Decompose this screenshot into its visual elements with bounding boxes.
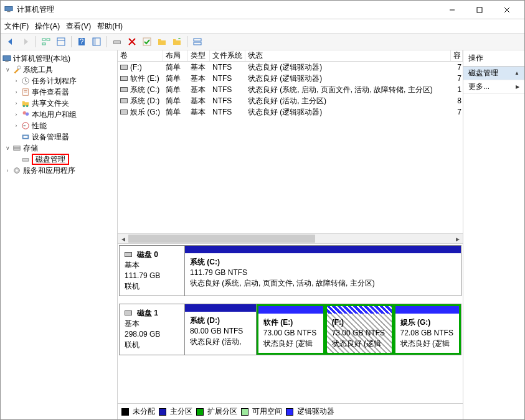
partition-header-bar	[185, 246, 461, 253]
toolbar-list-icon[interactable]	[55, 35, 67, 48]
tree-device-manager[interactable]: 设备管理器	[1, 131, 117, 142]
vol-fs: NTFS	[210, 106, 245, 118]
col-vol[interactable]: 卷	[118, 50, 163, 61]
svg-rect-53	[125, 311, 131, 315]
vol-type: 基本	[188, 106, 210, 118]
partition-group: 系统 (D:) 80.00 GB NTFS 状态良好 (活动, 软件 (E:) …	[185, 304, 461, 355]
vol-type: 基本	[188, 95, 210, 106]
volume-row[interactable]: (F:)简单基本NTFS状态良好 (逻辑驱动器)7	[118, 62, 463, 73]
tree-local-users[interactable]: › 本地用户和组	[1, 109, 117, 120]
toolbar-layout-icon[interactable]	[191, 35, 204, 48]
help-icon[interactable]: ?	[75, 35, 88, 48]
disk-basic: 基本	[125, 260, 179, 271]
tree-label: 共享文件夹	[32, 98, 69, 109]
clock-icon	[21, 76, 31, 86]
collapse-icon[interactable]: ∨	[3, 67, 12, 73]
vol-status: 状态良好 (活动, 主分区)	[245, 95, 451, 106]
svg-rect-41	[121, 65, 127, 69]
scroll-thumb[interactable]	[128, 235, 315, 243]
window-title: 计算机管理	[17, 4, 438, 15]
middle-pane: 卷 布局 类型 文件系统 状态 容 (F:)简单基本NTFS状态良好 (逻辑驱动…	[118, 50, 463, 419]
tree-label: 事件查看器	[32, 87, 69, 98]
vol-type: 基本	[188, 84, 210, 95]
volume-icon	[120, 63, 130, 72]
menu-file[interactable]: 文件(F)	[4, 21, 29, 32]
toolbar-tree-icon[interactable]	[40, 35, 52, 48]
svg-point-22	[17, 66, 21, 69]
tree-shared-folders[interactable]: › 共享文件夹	[1, 98, 117, 109]
tree-root[interactable]: 计算机管理(本地)	[1, 53, 117, 64]
expand-icon[interactable]: ›	[12, 78, 21, 84]
volume-list-header: 卷 布局 类型 文件系统 状态 容	[118, 50, 463, 62]
refresh-icon[interactable]	[111, 35, 123, 48]
forward-button[interactable]	[19, 35, 32, 48]
volume-row[interactable]: 娱乐 (G:)简单基本NTFS状态良好 (逻辑驱动器)7	[118, 106, 463, 118]
disk-row[interactable]: 磁盘 1 基本 298.09 GB 联机 系统 (D:) 80.00 GB NT…	[119, 304, 461, 355]
part-size: 111.79 GB NTFS	[190, 268, 456, 278]
check-icon[interactable]	[141, 35, 153, 48]
expand-icon[interactable]: ›	[3, 167, 12, 174]
expand-icon[interactable]: ›	[12, 89, 21, 95]
volume-row[interactable]: 系统 (D:)简单基本NTFS状态良好 (活动, 主分区)8	[118, 95, 463, 106]
svg-rect-49	[121, 110, 127, 114]
col-type[interactable]: 类型	[188, 50, 210, 61]
vol-fs: NTFS	[210, 84, 245, 95]
delete-icon[interactable]	[126, 35, 138, 48]
horizontal-scrollbar[interactable]: ◂ ▸	[118, 233, 463, 243]
actions-pane: 操作 磁盘管理 ▲ 更多... ▶	[463, 50, 524, 419]
collapse-icon[interactable]: ∨	[3, 145, 12, 151]
vol-status: 状态良好 (逻辑驱动器)	[245, 73, 451, 84]
legend-label: 逻辑驱动器	[297, 406, 334, 417]
tree-services-apps[interactable]: › 服务和应用程序	[1, 165, 117, 176]
col-fs[interactable]: 文件系统	[210, 50, 245, 61]
svg-point-28	[26, 105, 29, 108]
tree-label: 本地用户和组	[32, 110, 77, 120]
folder-up-icon[interactable]	[171, 35, 183, 48]
actions-item-diskmgmt[interactable]: 磁盘管理 ▲	[463, 67, 524, 80]
toolbar-view-icon[interactable]	[90, 35, 103, 48]
partition-header-bar	[327, 306, 392, 314]
disk-size: 111.79 GB	[125, 271, 179, 281]
folder-icon[interactable]	[156, 35, 168, 48]
close-button[interactable]	[493, 1, 521, 19]
menu-view[interactable]: 查看(V)	[66, 21, 91, 32]
vol-name: 娱乐 (G:)	[130, 107, 160, 118]
maximize-button[interactable]	[466, 1, 493, 19]
tree-system-tools[interactable]: ∨ 系统工具	[1, 64, 117, 75]
scroll-right-arrow[interactable]: ▸	[452, 234, 463, 243]
col-cap[interactable]: 容	[451, 50, 463, 61]
vol-name: (F:)	[130, 63, 142, 72]
svg-rect-20	[3, 56, 11, 61]
partition[interactable]: (F:) 73.00 GB NTFS 状态良好 (逻辑	[325, 304, 394, 355]
vol-status: 状态良好 (逻辑驱动器)	[245, 106, 451, 118]
legend-swatch-unallocated	[121, 408, 129, 416]
expand-icon[interactable]: ›	[12, 123, 21, 129]
minimize-button[interactable]	[438, 1, 466, 19]
expand-icon[interactable]: ›	[12, 111, 21, 118]
partition[interactable]: 系统 (D:) 80.00 GB NTFS 状态良好 (活动,	[185, 304, 257, 355]
tree-performance[interactable]: › 性能	[1, 120, 117, 131]
disk-row[interactable]: 磁盘 0 基本 111.79 GB 联机 系统 (C:) 111.79 GB N…	[119, 245, 461, 296]
volume-row[interactable]: 系统 (C:)简单基本NTFS状态良好 (系统, 启动, 页面文件, 活动, 故…	[118, 84, 463, 95]
expand-icon[interactable]: ›	[12, 100, 21, 106]
back-button[interactable]	[4, 35, 17, 48]
folder-share-icon	[21, 98, 31, 108]
partition[interactable]: 软件 (E:) 73.00 GB NTFS 状态良好 (逻辑	[257, 304, 325, 355]
tree-task-scheduler[interactable]: › 任务计划程序	[1, 75, 117, 86]
menu-help[interactable]: 帮助(H)	[97, 21, 123, 32]
menu-action[interactable]: 操作(A)	[35, 21, 60, 32]
svg-point-27	[23, 105, 26, 108]
volume-row[interactable]: 软件 (E:)简单基本NTFS状态良好 (逻辑驱动器)7	[118, 73, 463, 84]
disk-icon	[125, 250, 135, 260]
scroll-left-arrow[interactable]: ◂	[118, 234, 128, 243]
tree-event-viewer[interactable]: › 事件查看器	[1, 86, 117, 98]
tree-disk-mgmt[interactable]: 磁盘管理	[1, 154, 117, 165]
tree-storage[interactable]: ∨ 存储	[1, 142, 117, 154]
actions-item-more[interactable]: 更多... ▶	[463, 80, 524, 94]
col-layout[interactable]: 布局	[163, 50, 188, 61]
perf-icon	[21, 121, 31, 131]
menubar: 文件(F) 操作(A) 查看(V) 帮助(H)	[1, 19, 524, 33]
partition[interactable]: 娱乐 (G:) 72.08 GB NTFS 状态良好 (逻辑	[394, 304, 461, 355]
col-status[interactable]: 状态	[245, 50, 451, 61]
partition[interactable]: 系统 (C:) 111.79 GB NTFS 状态良好 (系统, 启动, 页面文…	[185, 253, 461, 296]
